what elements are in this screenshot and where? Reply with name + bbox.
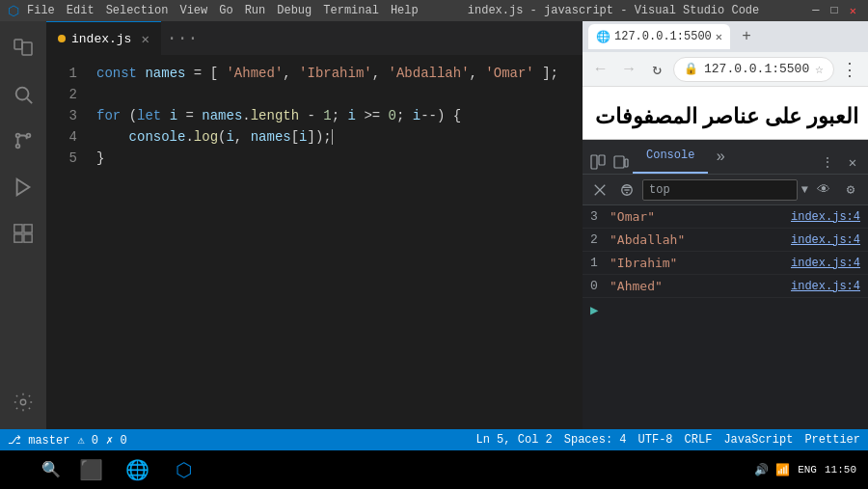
svg-rect-11: [24, 234, 32, 242]
menu-file[interactable]: File: [27, 4, 55, 17]
activity-git[interactable]: [0, 118, 46, 164]
menu-selection[interactable]: Selection: [106, 4, 169, 17]
right-panel: 🌐 127.0.0.1:5500 ✕ + ← → ↻ 🔒 127.0.0.1:5…: [583, 21, 868, 429]
indentation[interactable]: Spaces: 4: [564, 433, 627, 447]
settings-gear-icon[interactable]: ⚙: [839, 178, 862, 202]
cursor-position[interactable]: Ln 5, Col 2: [476, 433, 553, 447]
console-filter-input[interactable]: top: [642, 179, 798, 201]
console-source-0[interactable]: index.js:4: [791, 280, 860, 293]
menu-run[interactable]: Run: [245, 4, 266, 17]
new-tab-button[interactable]: +: [734, 24, 759, 49]
devtools-tab-console[interactable]: Console: [633, 139, 708, 174]
warnings-indicator[interactable]: ✗ 0: [106, 433, 127, 448]
git-branch-indicator[interactable]: ⎇ master: [8, 433, 69, 448]
menu-debug[interactable]: Debug: [277, 4, 312, 17]
activity-bar: [0, 21, 46, 429]
svg-point-5: [16, 145, 20, 149]
console-index-3: 3: [590, 209, 610, 224]
console-value-2: "Abdallah": [610, 232, 791, 247]
taskbar-file-explorer[interactable]: ⬛: [69, 450, 112, 489]
code-editor[interactable]: 1 2 3 4 5 const names = [ 'Ahmed', 'Ibra…: [46, 55, 583, 429]
tab-overflow-button[interactable]: ···: [161, 29, 203, 48]
encoding[interactable]: UTF-8: [638, 433, 673, 447]
svg-line-3: [27, 98, 32, 103]
taskbar-time: 11:50: [825, 464, 856, 475]
status-bar-right: Ln 5, Col 2 Spaces: 4 UTF-8 CRLF JavaScr…: [476, 433, 860, 447]
eye-icon[interactable]: 👁: [812, 178, 835, 202]
browser-section: 🌐 127.0.0.1:5500 ✕ + ← → ↻ 🔒 127.0.0.1:5…: [583, 21, 868, 140]
menu-view[interactable]: View: [179, 4, 207, 17]
browser-menu-button[interactable]: ⋮: [838, 56, 862, 83]
activity-debug[interactable]: [0, 164, 46, 210]
menu-edit[interactable]: Edit: [67, 4, 95, 17]
console-row-3: 3 "Omar" index.js:4: [583, 205, 868, 229]
svg-marker-7: [17, 179, 30, 196]
minimize-button[interactable]: ─: [808, 4, 823, 18]
filter-button[interactable]: [615, 178, 638, 202]
devtools-inspect-button[interactable]: [586, 150, 610, 174]
search-taskbar-button[interactable]: 🔍: [37, 455, 66, 484]
bookmark-icon[interactable]: ☆: [815, 61, 823, 77]
language-mode[interactable]: JavaScript: [723, 433, 793, 447]
console-value-1: "Ibrahim": [610, 256, 791, 270]
status-bar: ⎇ master ⚠ 0 ✗ 0 Ln 5, Col 2 Spaces: 4 U…: [0, 429, 868, 450]
taskbar-language[interactable]: ENG: [798, 464, 817, 475]
menu-help[interactable]: Help: [391, 4, 419, 17]
browser-tab-close[interactable]: ✕: [716, 30, 722, 44]
taskbar: ⊞ 🔍 ⬛ 🌐 ⬡ 🔊 📶 ENG 11:50: [0, 450, 868, 489]
console-prompt-icon: ▶: [590, 302, 598, 318]
app-icon: ⬡: [8, 3, 19, 19]
menu-terminal[interactable]: Terminal: [323, 4, 379, 17]
console-toolbar: top ▼ 👁 ⚙: [583, 175, 868, 205]
activity-settings[interactable]: [0, 379, 46, 425]
console-value-3: "Omar": [610, 209, 791, 224]
line-ending[interactable]: CRLF: [685, 433, 713, 447]
browser-active-tab[interactable]: 🌐 127.0.0.1:5500 ✕: [588, 24, 730, 49]
line-num-3: 3: [46, 105, 77, 126]
devtools-settings-button[interactable]: ⋮: [816, 150, 839, 174]
line-numbers: 1 2 3 4 5: [46, 55, 85, 429]
formatter[interactable]: Prettier: [804, 433, 860, 447]
activity-search[interactable]: [0, 71, 46, 118]
taskbar-vscode[interactable]: ⬡: [162, 450, 204, 489]
svg-point-2: [16, 88, 29, 100]
activity-extensions[interactable]: [0, 210, 46, 257]
code-line-1: const names = [ 'Ahmed', 'Ibrahim', 'Abd…: [96, 63, 583, 84]
log-level-dropdown[interactable]: ▼: [801, 183, 808, 197]
console-row-1: 1 "Ibrahim" index.js:4: [583, 252, 868, 275]
code-line-5: }: [96, 148, 583, 169]
page-heading: العبور على عناصر المصفوفات: [592, 104, 858, 129]
browser-nav-bar: ← → ↻ 🔒 127.0.0.1:5500 ☆ ⋮: [583, 52, 868, 87]
reload-button[interactable]: ↻: [645, 56, 669, 83]
console-source-2[interactable]: index.js:4: [791, 233, 860, 247]
start-button[interactable]: ⊞: [4, 455, 33, 484]
forward-button[interactable]: →: [616, 56, 640, 83]
maximize-button[interactable]: □: [827, 4, 842, 18]
svg-point-12: [20, 399, 26, 405]
code-line-2: [96, 84, 583, 105]
console-input-row[interactable]: ▶: [583, 298, 868, 321]
editor-tab-indexjs[interactable]: index.js ✕: [46, 21, 161, 55]
console-source-1[interactable]: index.js:4: [791, 257, 860, 270]
menu-go[interactable]: Go: [219, 4, 232, 17]
clear-console-button[interactable]: [588, 178, 611, 202]
dropdown-arrow-icon: ▼: [801, 183, 808, 197]
svg-rect-15: [614, 156, 624, 168]
devtools-close-button[interactable]: ✕: [841, 150, 864, 174]
devtools-device-button[interactable]: [610, 150, 633, 174]
tab-close-button[interactable]: ✕: [141, 31, 149, 47]
errors-indicator[interactable]: ⚠ 0: [77, 433, 98, 448]
close-button[interactable]: ✕: [846, 4, 860, 18]
code-content[interactable]: const names = [ 'Ahmed', 'Ibrahim', 'Abd…: [85, 55, 583, 429]
status-bar-left: ⎇ master ⚠ 0 ✗ 0: [8, 433, 127, 448]
title-bar-left: ⬡ File Edit Selection View Go Run Debug …: [8, 3, 419, 19]
devtools-more-tabs[interactable]: »: [708, 149, 733, 166]
console-source-3[interactable]: index.js:4: [791, 210, 860, 224]
svg-rect-0: [14, 40, 22, 49]
back-button[interactable]: ←: [588, 56, 612, 83]
main-area: index.js ✕ ··· 1 2 3 4 5 const names = […: [0, 21, 868, 429]
editor-area: index.js ✕ ··· 1 2 3 4 5 const names = […: [46, 21, 583, 429]
address-bar[interactable]: 🔒 127.0.0.1:5500 ☆: [673, 57, 834, 82]
activity-explorer[interactable]: [0, 25, 46, 71]
taskbar-chrome[interactable]: 🌐: [116, 450, 158, 489]
